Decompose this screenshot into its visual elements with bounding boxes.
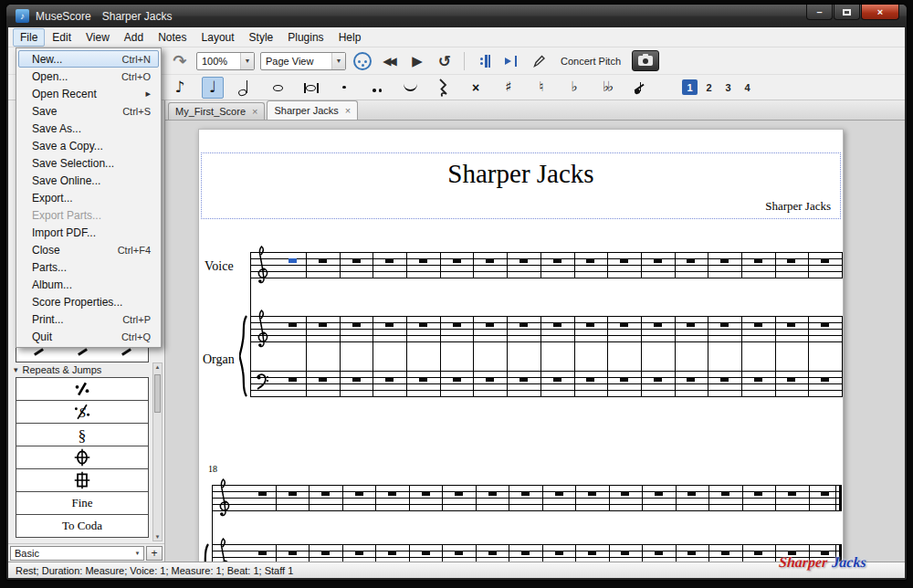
voice-2-button[interactable]: 2 — [701, 79, 717, 95]
close-button[interactable]: × — [861, 5, 899, 20]
palette-cell-coda-variation[interactable] — [16, 468, 149, 492]
menu-help[interactable]: Help — [331, 28, 369, 47]
edit-mode-button[interactable] — [528, 50, 550, 72]
tab-sharper-jacks[interactable]: Sharper Jacks× — [267, 100, 358, 120]
menu-style[interactable]: Style — [242, 28, 281, 47]
file-menu-item-print[interactable]: Print...Ctrl+P — [18, 310, 159, 328]
coda-variation-icon — [72, 470, 92, 490]
palette-cell-segno[interactable]: S — [16, 400, 149, 424]
scroll-up-icon[interactable]: ▲ — [155, 364, 161, 370]
tie-button[interactable] — [399, 77, 421, 99]
maximize-button[interactable] — [834, 5, 860, 20]
rest-button[interactable] — [432, 77, 454, 99]
tab-my-first-score[interactable]: My_First_Score× — [168, 102, 265, 120]
file-menu-item-new[interactable]: New...Ctrl+N — [18, 50, 159, 68]
palette-select[interactable]: Basic ▼ — [10, 546, 144, 561]
palette-cell-segno-variation[interactable]: § — [16, 423, 149, 446]
quarter-note-button[interactable]: ♩ — [202, 77, 224, 99]
voice-3-button[interactable]: 3 — [720, 79, 736, 95]
palette-scrollbar[interactable]: ▲ ▼ — [152, 362, 163, 541]
sharp-button[interactable]: ♯ — [498, 77, 519, 99]
file-menu-item-import-pdf[interactable]: Import PDF... — [18, 224, 159, 241]
file-menu-item-save-a-copy[interactable]: Save a Copy... — [18, 137, 159, 154]
midi-input-button[interactable] — [352, 50, 373, 72]
tab-close-icon[interactable]: × — [252, 107, 257, 117]
palette-cell-coda[interactable] — [16, 446, 149, 469]
client-area: FileEditViewAddNotesLayoutStylePluginsHe… — [8, 27, 905, 578]
staff-label-organ[interactable]: Organ — [203, 352, 235, 367]
whole-rest — [687, 551, 696, 555]
double-sharp-button[interactable]: × — [465, 77, 487, 99]
menu-add[interactable]: Add — [117, 28, 151, 47]
file-menu-item-score-properties[interactable]: Score Properties... — [18, 293, 159, 310]
concert-pitch-toggle[interactable]: Concert Pitch — [555, 51, 626, 71]
whole-note-button[interactable] — [268, 77, 289, 99]
redo-button[interactable]: ↷ — [169, 50, 191, 72]
file-menu-item-close[interactable]: CloseCtrl+F4 — [18, 241, 159, 258]
file-menu-item-save-selection[interactable]: Save Selection... — [18, 154, 159, 172]
play-button[interactable]: ▶ — [406, 50, 428, 72]
whole-rest — [821, 377, 829, 382]
view-mode-select[interactable]: Page View ▼ — [260, 52, 346, 70]
pan-score-toggle[interactable] — [500, 50, 522, 72]
double-dot-button[interactable] — [366, 77, 388, 99]
tab-label: My_First_Score — [175, 106, 246, 117]
barline — [340, 252, 341, 278]
flat-button[interactable]: ♭ — [563, 77, 585, 99]
menubar: FileEditViewAddNotesLayoutStylePluginsHe… — [8, 27, 905, 47]
palette-section-header[interactable]: ▾ Repeats & Jumps — [10, 362, 101, 377]
zoom-select[interactable]: 100% ▼ — [196, 52, 255, 70]
screenshot-button[interactable] — [632, 50, 659, 71]
whole-rest — [289, 551, 297, 555]
palette-add-button[interactable]: + — [146, 546, 163, 561]
menu-plugins[interactable]: Plugins — [280, 28, 331, 47]
barline — [775, 485, 776, 511]
scrollbar-thumb[interactable] — [154, 374, 161, 413]
selected-rest[interactable] — [289, 258, 297, 263]
file-menu-item-open[interactable]: Open...Ctrl+O — [18, 68, 159, 85]
scroll-down-icon[interactable]: ▼ — [155, 534, 161, 540]
rewind-button[interactable]: ◀◀ — [379, 50, 401, 72]
score-area[interactable]: Sharper Jacks Sharper Jacks Voice Organ … — [165, 121, 905, 562]
file-menu-item-export-parts[interactable]: Export Parts... — [18, 206, 159, 224]
file-menu-item-open-recent[interactable]: Open Recent▸ — [18, 85, 159, 102]
file-menu-item-parts[interactable]: Parts... — [18, 258, 159, 276]
voice-1-button[interactable]: 1 — [682, 79, 698, 95]
augmentation-dot-button[interactable] — [333, 77, 355, 99]
file-menu-item-save-online[interactable]: Save Online... — [18, 172, 159, 189]
file-menu-item-quit[interactable]: QuitCtrl+Q — [18, 328, 159, 345]
loop-playback-button[interactable]: ↺ — [434, 50, 456, 72]
staff-label-voice[interactable]: Voice — [205, 259, 234, 274]
file-menu-item-save[interactable]: SaveCtrl+S — [18, 102, 159, 120]
score-title[interactable]: Sharper Jacks — [202, 159, 840, 189]
view-mode-value: Page View — [266, 56, 313, 67]
menu-view[interactable]: View — [79, 28, 117, 47]
menu-edit[interactable]: Edit — [45, 28, 79, 47]
score-page[interactable]: Sharper Jacks Sharper Jacks Voice Organ … — [198, 129, 844, 562]
eighth-note-button[interactable]: ♪ — [169, 77, 191, 99]
file-menu-item-save-as[interactable]: Save As... — [18, 120, 159, 137]
tab-close-icon[interactable]: × — [345, 106, 351, 116]
svg-text:S: S — [79, 404, 86, 420]
title-bar[interactable]: ♪ MuseScore Sharper Jacks – × — [6, 5, 907, 27]
grace-note-button[interactable] — [629, 77, 651, 99]
file-menu-item-album[interactable]: Album... — [18, 276, 159, 293]
file-menu-item-export[interactable]: Export... — [18, 189, 159, 206]
natural-button[interactable]: ♮ — [530, 77, 552, 99]
palette-cell-to-coda[interactable]: To Coda — [16, 514, 149, 538]
menu-layout[interactable]: Layout — [194, 28, 242, 47]
whole-rest — [355, 491, 363, 496]
palette-cell-fine[interactable]: Fine — [16, 491, 149, 515]
repeat-playback-toggle[interactable] — [473, 50, 495, 72]
score-composer[interactable]: Sharper Jacks — [765, 199, 831, 214]
title-frame[interactable]: Sharper Jacks Sharper Jacks — [201, 152, 841, 219]
menu-file[interactable]: File — [13, 28, 45, 47]
minimize-button[interactable]: – — [806, 5, 833, 20]
menu-item-label: Save Online... — [32, 174, 142, 187]
breve-button[interactable] — [300, 77, 322, 99]
half-note-button[interactable] — [235, 77, 257, 99]
palette-cell-repeat-measure[interactable] — [16, 377, 149, 401]
double-flat-button[interactable]: ♭♭ — [596, 77, 618, 99]
menu-notes[interactable]: Notes — [151, 28, 194, 47]
voice-4-button[interactable]: 4 — [740, 79, 755, 95]
